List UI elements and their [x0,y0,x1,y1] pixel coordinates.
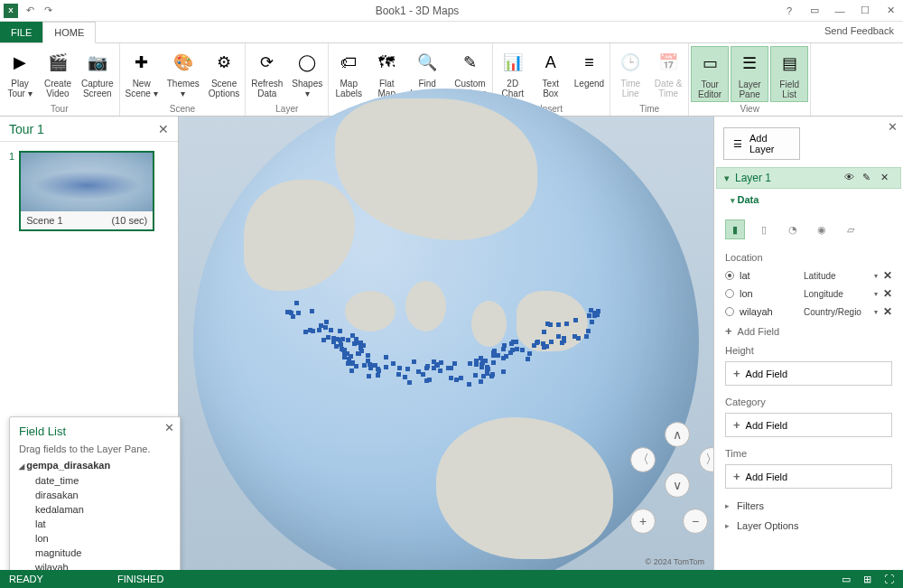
data-point [439,360,443,365]
data-point [376,367,380,371]
delete-layer-icon[interactable]: ✕ [880,172,893,184]
field-date_time[interactable]: date_time [19,473,171,488]
status-icon-2[interactable]: ⊞ [863,574,871,585]
data-point [362,363,367,368]
undo-button[interactable]: ↶ [23,5,36,17]
data-point [586,329,591,333]
data-section-toggle[interactable]: Data [723,194,894,205]
data-point [589,308,593,313]
zoom-out-button[interactable]: − [683,509,708,534]
help-button[interactable]: ? [780,5,798,17]
tilt-up-button[interactable]: ∧ [665,422,690,447]
viz-stacked-column-button[interactable]: ▮ [725,219,745,239]
data-point [526,357,530,361]
status-icon-1[interactable]: ▭ [842,574,851,585]
tilt-down-button[interactable]: ∨ [665,472,690,498]
field-list-panel[interactable]: ✕ Field List Drag fields to the Layer Pa… [9,416,181,583]
text-box-icon: A [536,48,565,77]
zoom-in-button[interactable]: + [630,509,656,534]
minimize-button[interactable]: — [831,5,849,17]
tour-pane-close-button[interactable]: ✕ [158,122,169,136]
remove-field-button[interactable]: ✕ [883,269,892,282]
location-row-lon: lonLongitude▾✕ [714,285,903,303]
send-feedback-link[interactable]: Send Feedback [824,25,894,36]
time-add-field-button[interactable]: +Add Field [725,464,892,489]
data-point [545,322,550,326]
dropdown-icon[interactable]: ▾ [874,308,878,316]
layer-header[interactable]: ▾ Layer 1 👁 ✎ ✕ [716,167,901,189]
home-tab[interactable]: HOME [42,22,96,43]
scene-card[interactable]: Scene 1 (10 sec) [19,151,154,231]
viz-bubble-button[interactable]: ◔ [783,219,803,239]
data-point [564,322,569,326]
ribbon-toggle-button[interactable]: ▭ [805,5,824,17]
location-radio-lat[interactable] [725,271,734,280]
data-point [485,365,489,369]
layer-pane-close-button[interactable]: ✕ [888,120,898,134]
height-add-field-button[interactable]: +Add Field [725,361,892,386]
data-point [376,373,380,378]
play-tour-button[interactable]: ▶PlayTour ▾ [2,46,38,102]
status-icon-3[interactable]: ⛶ [884,574,894,585]
filters-toggle[interactable]: ▸Filters [714,496,903,516]
viz-heatmap-button[interactable]: ◉ [812,219,832,239]
location-type-select[interactable]: Longitude [804,289,869,299]
layer-pane-button[interactable]: ☰LayerPane [731,46,768,102]
layer-options-toggle[interactable]: ▸Layer Options [714,516,903,536]
field-list-button[interactable]: ▤FieldList [770,46,808,102]
field-list-table[interactable]: gempa_dirasakan [19,460,171,471]
map-labels-icon: 🏷 [334,48,363,77]
data-point [491,360,496,365]
location-radio-wilayah[interactable] [725,307,734,316]
data-point [338,329,342,333]
scene-name: Scene 1 [26,215,62,226]
create-video-button[interactable]: 🎬CreateVideo [40,46,76,102]
location-type-select[interactable]: Latitude [804,271,869,281]
field-dirasakan[interactable]: dirasakan [19,488,171,502]
data-point [407,380,412,385]
category-add-field-button[interactable]: +Add Field [725,413,892,437]
pan-left-button[interactable]: 〈 [630,447,656,472]
data-point [449,376,453,380]
data-point [489,374,494,378]
remove-field-button[interactable]: ✕ [883,305,892,318]
data-point [438,369,442,373]
visibility-icon[interactable]: 👁 [844,172,857,184]
redo-button[interactable]: ↷ [42,5,54,17]
new-scene-button[interactable]: ✚NewScene ▾ [122,46,162,102]
viz-clustered-column-button[interactable]: ▯ [754,219,774,239]
field-list-close-button[interactable]: ✕ [164,421,174,434]
close-button[interactable]: ✕ [881,5,899,17]
data-point [296,311,301,315]
map-canvas[interactable]: ∧ 〈 〉 ∨ + − © 2024 TomTom [179,117,713,570]
legend-icon: ≡ [574,48,603,77]
play-tour-icon: ▶ [5,48,34,77]
capture-screen-button[interactable]: 📷CaptureScreen [78,46,117,102]
data-point [542,330,546,334]
data-point [480,359,485,363]
data-point [403,375,407,379]
height-label: Height [714,341,903,359]
remove-field-button[interactable]: ✕ [883,287,892,300]
data-point [412,359,416,364]
field-lon[interactable]: lon [19,531,171,546]
field-magnitude[interactable]: magnitude [19,546,171,560]
data-point [527,351,532,356]
create-video-icon: 🎬 [43,48,72,77]
maximize-button[interactable]: ☐ [856,5,874,17]
location-type-select[interactable]: Country/Regio [804,307,869,317]
dropdown-icon[interactable]: ▾ [874,290,878,298]
viz-region-button[interactable]: ▱ [841,219,861,239]
field-lat[interactable]: lat [19,517,171,531]
location-add-field-button[interactable]: +Add Field [714,321,903,341]
add-layer-button[interactable]: ☰ Add Layer [723,127,800,160]
data-point [556,322,561,327]
dropdown-icon[interactable]: ▾ [874,272,878,280]
data-point [545,344,549,349]
rename-icon[interactable]: ✎ [862,172,875,184]
file-tab[interactable]: FILE [0,22,42,42]
refresh-data-icon: ⟳ [253,48,282,77]
data-point [587,313,591,318]
location-radio-lon[interactable] [725,289,734,298]
field-kedalaman[interactable]: kedalaman [19,502,171,517]
